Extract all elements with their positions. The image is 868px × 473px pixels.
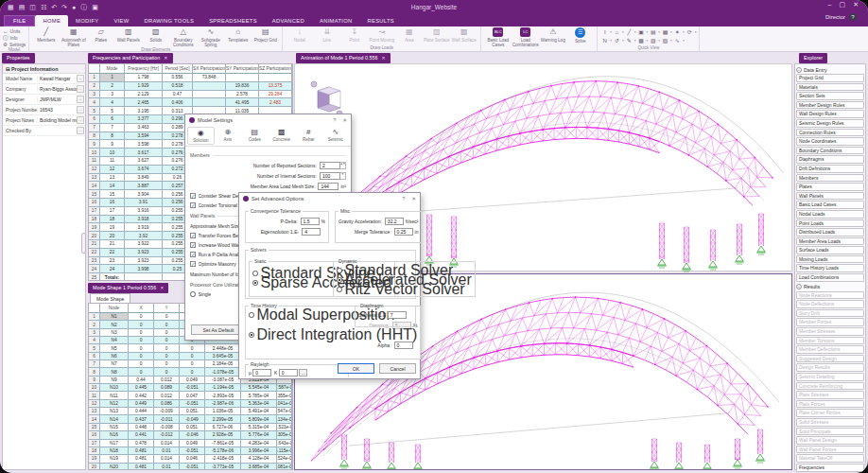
explorer-item-seismic-detailing[interactable]: Seismic Detailing (796, 373, 864, 381)
row-number[interactable]: 7 (89, 124, 100, 132)
ellipsis-button[interactable]: ... (77, 85, 84, 93)
cell[interactable]: 0 (154, 337, 180, 344)
row-number[interactable]: 13 (89, 408, 100, 415)
explorer-item-member-design-rules[interactable]: Member Design Rules (796, 101, 864, 110)
chevron-down-icon[interactable]: ▾ (683, 30, 685, 34)
results-header[interactable]: −Results (796, 283, 864, 291)
cell[interactable]: -0.051 (180, 447, 205, 455)
tab-mode-shape[interactable]: Mode Shape 1 Period 0.556✕ (88, 283, 168, 293)
tab-properties[interactable]: Properties (2, 53, 35, 63)
cell[interactable]: 13 (100, 174, 125, 183)
cell[interactable]: N18 (100, 447, 129, 455)
chevron-down-icon[interactable]: ▾ (647, 39, 649, 43)
settings-tab-concrete[interactable]: ▩Concrete (269, 127, 296, 145)
explorer-item-design-results[interactable]: Design Results (796, 363, 864, 372)
cell[interactable]: 4 (100, 98, 125, 107)
row-number[interactable]: 22 (89, 249, 100, 257)
direct-integration-option[interactable]: Direct Integration (HHT) (249, 330, 417, 340)
cell[interactable]: 0 (129, 313, 154, 321)
ellipsis-button[interactable]: ... (77, 127, 84, 134)
close-button[interactable]: ✕ (411, 196, 416, 201)
cell[interactable]: 0 (129, 353, 154, 360)
explorer-item-plate-corner-forces[interactable]: Plate Corner Forces (796, 409, 864, 417)
cell[interactable]: 0 (154, 313, 180, 321)
cell[interactable]: -0.051 (180, 400, 205, 408)
row-number[interactable]: 6 (89, 115, 100, 124)
chevron-down-icon[interactable]: ▾ (647, 30, 649, 34)
cell[interactable]: N7 (100, 360, 129, 368)
cell[interactable]: 5.776e-04 (241, 431, 277, 439)
chevron-down-icon[interactable]: ▾ (670, 39, 672, 43)
ribbon-boundary-conditions-button[interactable]: △Boundary Conditions (169, 27, 197, 47)
cell[interactable]: 0 (154, 353, 180, 360)
cell[interactable]: 2.483 (259, 98, 292, 107)
tab-explorer[interactable]: Explorer (799, 53, 827, 63)
ribbon-templates-button[interactable]: ⌂Templates (224, 27, 252, 43)
p-delta-input[interactable]: 1.5 (301, 218, 320, 225)
cell[interactable]: 5.785e-04 (241, 392, 277, 399)
ribbon-load-combinations-button[interactable]: LCLoad Combinations (512, 27, 539, 47)
rayleigh-k-input[interactable]: 0 (279, 369, 298, 377)
ribbon-tab-spreadsheets[interactable]: SPREADSHEETS (201, 15, 265, 26)
collapse-icon[interactable]: − (796, 284, 802, 289)
row-number[interactable]: 19 (89, 455, 100, 463)
cell[interactable]: 73.848 (193, 74, 226, 82)
explorer-item-surface-loads[interactable]: Surface Loads (796, 246, 864, 254)
cell[interactable]: 12 (100, 166, 125, 174)
chevron-down-icon[interactable]: ▾ (622, 30, 624, 34)
close-button[interactable]: ✕ (853, 1, 859, 9)
close-icon[interactable]: ✕ (164, 55, 167, 61)
number-of-internal-sections-input[interactable]: 100 (320, 172, 340, 180)
ribbon-plate-surface-button[interactable]: ▨Plate Surface (423, 27, 450, 43)
ribbon-tab-results[interactable]: RESULTS (359, 15, 401, 26)
cell[interactable]: N2 (100, 321, 129, 328)
cell[interactable]: -0.008 (154, 424, 180, 431)
row-number[interactable]: 6 (89, 353, 100, 360)
cell[interactable]: N8 (100, 368, 129, 376)
cell[interactable] (193, 98, 226, 107)
row-number[interactable]: 7 (89, 360, 100, 368)
chevron-down-icon[interactable]: ▾ (658, 30, 660, 34)
cell[interactable]: 0 (129, 329, 154, 337)
ribbon-tab-animation[interactable]: ANIMATION (312, 15, 359, 26)
ribbon-automesh-of-plates-button[interactable]: ▦Automesh of Plates (60, 27, 87, 47)
row-number[interactable]: 1 (89, 74, 100, 82)
cell[interactable]: 3.91 (125, 199, 163, 207)
cell[interactable]: 4.547e-07 (277, 408, 292, 415)
quick-view-button[interactable]: ▦ (661, 28, 669, 35)
cell[interactable]: N19 (100, 455, 129, 463)
cell[interactable]: 0 (154, 360, 180, 368)
cell[interactable]: 2.928e-05 (205, 431, 241, 439)
quick-view-button[interactable]: ▩ (637, 37, 646, 44)
cell[interactable]: 0.014 (154, 455, 180, 463)
ribbon-line-button[interactable]: ⇊Line (313, 27, 340, 43)
help-button[interactable]: ? (333, 117, 336, 123)
cell[interactable]: 4.283e-04 (241, 440, 277, 447)
explorer-item-wall-panel-design[interactable]: Wall Panel Design (796, 436, 864, 445)
cell[interactable]: Totals: (100, 273, 125, 281)
ribbon-units-button[interactable]: ↔Units (3, 28, 26, 34)
cell[interactable]: -2.987e-06 (205, 400, 241, 408)
row-number[interactable]: 2 (89, 82, 100, 91)
ellipsis-button[interactable]: ... (77, 116, 84, 124)
panel-splitter[interactable] (81, 233, 86, 254)
cell[interactable]: -0.009 (154, 408, 180, 415)
cell[interactable]: N20 (100, 464, 129, 470)
cell[interactable]: 5.545e-04 (241, 384, 277, 392)
cell[interactable]: 1.081e-06 (277, 464, 292, 470)
cell[interactable]: N16 (100, 431, 129, 439)
cell[interactable]: 0 (154, 368, 180, 376)
explorer-item-wall-panel-forces[interactable]: Wall Panel Forces (796, 446, 864, 454)
explorer-item-plates[interactable]: Plates (796, 183, 864, 191)
cell[interactable]: 5.491e-04 (241, 408, 277, 415)
cell[interactable]: 0 (129, 337, 154, 344)
cell[interactable] (125, 273, 163, 281)
row-number[interactable]: 20 (89, 464, 100, 470)
alpha-input[interactable]: 0 (394, 342, 413, 349)
tab-frequencies[interactable]: Frequencies and Participation✕ (88, 53, 173, 63)
cell[interactable]: 21 (100, 240, 125, 249)
cell[interactable]: N15 (100, 424, 129, 431)
explorer-item-member-area-loads[interactable]: Member Area Loads (796, 237, 864, 246)
chevron-down-icon[interactable]: ▾ (683, 39, 685, 43)
member-area-load-mesh-size-input[interactable]: 144 (318, 183, 339, 190)
